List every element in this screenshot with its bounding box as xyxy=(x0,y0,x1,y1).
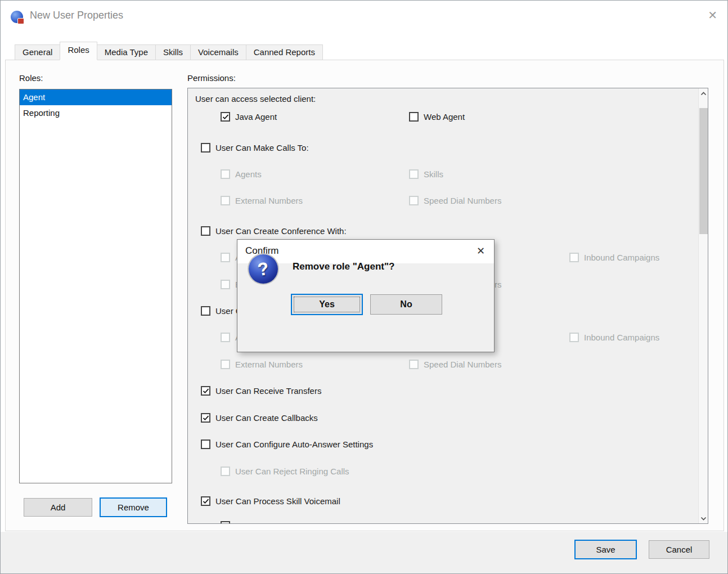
permission-label-speed-dial-numbers: Speed Dial Numbers xyxy=(424,196,501,205)
checkbox-agents xyxy=(221,253,230,262)
checkbox-user-can-configure-auto-answer-settings[interactable] xyxy=(201,440,210,449)
role-list-item-reporting[interactable]: Reporting xyxy=(20,105,172,121)
tab-media-type[interactable]: Media Type xyxy=(97,44,156,60)
checkbox-clipped xyxy=(221,521,230,524)
permission-label-external-numbers: External Numbers xyxy=(235,360,303,369)
cancel-button[interactable]: Cancel xyxy=(649,540,709,559)
checkbox-user-can-transfer-calls-to[interactable] xyxy=(201,306,210,316)
permission-label-external-numbers: External Numbers xyxy=(235,196,303,205)
checkbox-web-agent[interactable] xyxy=(409,112,419,122)
new-user-properties-window: New User Properties ✕ GeneralRolesMedia … xyxy=(0,0,728,574)
roles-listbox[interactable]: AgentReporting xyxy=(19,89,172,483)
checkbox-user-can-make-calls-to[interactable] xyxy=(201,143,210,153)
checkbox-speed-dial-numbers xyxy=(409,196,419,205)
permission-row-skills: Skills xyxy=(409,169,443,179)
permission-row-java-agent: Java Agent xyxy=(221,112,277,122)
add-role-button[interactable]: Add xyxy=(24,498,92,517)
checkbox-inbound-campaigns xyxy=(569,253,579,262)
save-button[interactable]: Save xyxy=(574,540,637,559)
checkbox-speed-dial-numbers xyxy=(409,360,419,369)
permissions-header-text: User can access selected client: xyxy=(195,94,316,104)
tab-voicemails[interactable]: Voicemails xyxy=(190,44,246,60)
permission-label-user-can-process-skill-voicemail: User Can Process Skill Voicemail xyxy=(215,496,340,506)
permission-row-user-can-process-skill-voicemail: User Can Process Skill Voicemail xyxy=(201,496,340,506)
remove-role-button[interactable]: Remove xyxy=(100,497,167,517)
app-icon xyxy=(11,11,23,23)
scroll-down-icon[interactable] xyxy=(699,513,708,523)
permission-label-agents: Agents xyxy=(235,169,262,179)
permission-label-user-can-reject-ringing-calls: User Can Reject Ringing Calls xyxy=(235,467,349,476)
permissions-scrollbar[interactable] xyxy=(698,88,708,523)
permission-label-user-can-make-calls-to: User Can Make Calls To: xyxy=(215,143,309,153)
no-button[interactable]: No xyxy=(370,294,442,315)
question-help-icon: ? xyxy=(249,254,278,284)
confirm-close-icon[interactable]: ✕ xyxy=(477,245,485,257)
permissions-section-header: User can access selected client: xyxy=(195,94,316,104)
permission-label-java-agent: Java Agent xyxy=(235,112,277,122)
checkbox-user-can-reject-ringing-calls xyxy=(221,467,230,476)
checked-checkbox-user-can-process-skill-voicemail[interactable] xyxy=(201,496,210,506)
confirm-dialog: Confirm ✕ ? Remove role "Agent"? Yes No xyxy=(237,239,495,352)
window-title: New User Properties xyxy=(30,10,123,21)
tab-bar: GeneralRolesMedia TypeSkillsVoicemailsCa… xyxy=(15,42,322,60)
permission-label-inbound-campaigns: Inbound Campaigns xyxy=(584,253,659,262)
tab-skills[interactable]: Skills xyxy=(155,44,191,60)
permission-row-user-can-reject-ringing-calls: User Can Reject Ringing Calls xyxy=(221,467,349,476)
checked-checkbox-java-agent[interactable] xyxy=(221,112,230,122)
permission-row-clipped xyxy=(221,521,230,524)
checkbox-external-numbers xyxy=(221,196,230,205)
roles-list-label: Roles: xyxy=(19,73,43,83)
permission-row-agents: Agents xyxy=(221,169,262,179)
checkbox-agents xyxy=(221,169,230,179)
checked-checkbox-user-can-create-callbacks[interactable] xyxy=(201,413,210,423)
permission-label-user-can-create-conference-with: User Can Create Conference With: xyxy=(215,226,347,236)
permission-row-web-agent: Web Agent xyxy=(409,112,465,122)
checkbox-external-numbers xyxy=(221,280,230,289)
permission-label-inbound-campaigns: Inbound Campaigns xyxy=(584,333,659,342)
checkbox-inbound-campaigns xyxy=(569,333,579,342)
window-titlebar: New User Properties ✕ xyxy=(1,1,727,33)
tab-general[interactable]: General xyxy=(15,44,60,60)
checkbox-agents xyxy=(221,333,230,342)
permission-label-user-can-configure-auto-answer-settings: User Can Configure Auto-Answer Settings xyxy=(215,440,373,449)
permission-row-user-can-create-callbacks: User Can Create Callbacks xyxy=(201,413,318,423)
permission-row-user-can-make-calls-to: User Can Make Calls To: xyxy=(201,143,309,153)
checkbox-user-can-create-conference-with[interactable] xyxy=(201,226,210,236)
permission-row-external-numbers: External Numbers xyxy=(221,360,303,369)
permission-row-user-can-receive-transfers: User Can Receive Transfers xyxy=(201,386,321,396)
scrollbar-thumb[interactable] xyxy=(699,108,708,234)
permission-label-user-can-receive-transfers: User Can Receive Transfers xyxy=(215,386,321,396)
permission-row-speed-dial-numbers: Speed Dial Numbers xyxy=(409,196,501,205)
permissions-label: Permissions: xyxy=(187,73,236,83)
confirm-dialog-titlebar: Confirm ✕ xyxy=(237,240,494,263)
permission-label-skills: Skills xyxy=(424,169,443,179)
permission-label-web-agent: Web Agent xyxy=(424,112,465,122)
confirm-message: Remove role "Agent"? xyxy=(293,261,394,272)
checkbox-skills xyxy=(409,169,419,179)
permission-row-speed-dial-numbers: Speed Dial Numbers xyxy=(409,360,501,369)
scroll-up-icon[interactable] xyxy=(699,88,708,98)
window-close-icon[interactable]: ✕ xyxy=(708,8,717,22)
permission-row-user-can-create-conference-with: User Can Create Conference With: xyxy=(201,226,347,236)
permission-row-inbound-campaigns: Inbound Campaigns xyxy=(569,253,659,262)
checked-checkbox-user-can-receive-transfers[interactable] xyxy=(201,386,210,396)
permission-row-inbound-campaigns: Inbound Campaigns xyxy=(569,333,659,342)
yes-button[interactable]: Yes xyxy=(291,294,363,315)
tab-canned-reports[interactable]: Canned Reports xyxy=(246,44,323,60)
role-list-item-agent[interactable]: Agent xyxy=(20,89,172,105)
permission-row-user-can-configure-auto-answer-settings: User Can Configure Auto-Answer Settings xyxy=(201,440,373,449)
permission-label-speed-dial-numbers: Speed Dial Numbers xyxy=(424,360,501,369)
permission-label-user-can-create-callbacks: User Can Create Callbacks xyxy=(215,413,318,423)
checkbox-external-numbers xyxy=(221,360,230,369)
permission-row-external-numbers: External Numbers xyxy=(221,196,303,205)
tab-roles[interactable]: Roles xyxy=(60,42,97,60)
